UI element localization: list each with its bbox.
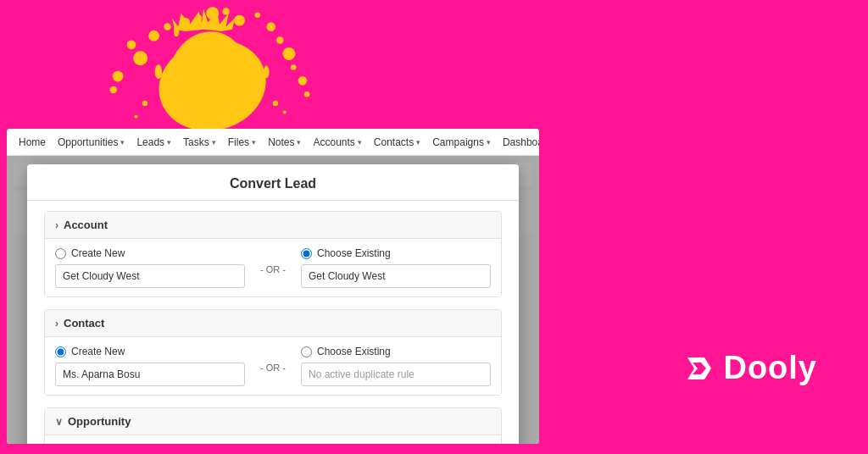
contact-create-new-label[interactable]: Create New — [55, 346, 245, 357]
opportunity-label: Opportunity — [68, 415, 131, 428]
nav-contacts[interactable]: Contacts ▾ — [369, 129, 426, 155]
modal-body: › Account Create New - OR - — [27, 201, 519, 444]
crm-area: Convert Lead Home Opportunities ▾ Leads … — [7, 129, 539, 444]
contact-section: › Contact Create New - OR - — [44, 309, 502, 396]
dooly-text: Dooly — [723, 350, 817, 386]
account-create-new-input[interactable] — [55, 264, 245, 288]
nav-files[interactable]: Files ▾ — [223, 129, 261, 155]
account-section-content: Create New - OR - Choose Existing — [45, 239, 501, 296]
modal-header: Convert Lead — [27, 164, 519, 201]
contact-create-new-radio[interactable] — [55, 346, 66, 357]
contact-label: Contact — [64, 317, 104, 329]
nav-home[interactable]: Home — [14, 129, 51, 155]
opportunity-section-header[interactable]: ∨ Opportunity — [45, 408, 501, 435]
account-choose-existing-label[interactable]: Choose Existing — [301, 247, 491, 259]
account-or-divider: - OR - — [253, 264, 292, 274]
contact-chevron-icon: › — [55, 318, 58, 329]
contact-existing-group: Choose Existing — [301, 346, 491, 386]
nav-campaigns[interactable]: Campaigns ▾ — [427, 129, 496, 155]
account-existing-group: Choose Existing — [301, 247, 491, 288]
contact-create-new-input[interactable] — [55, 363, 245, 386]
contact-section-header[interactable]: › Contact — [45, 310, 501, 337]
nav-accounts[interactable]: Accounts ▾ — [308, 129, 366, 155]
nav-dashboards[interactable]: Dashboards ▾ — [498, 129, 539, 155]
nav-notes[interactable]: Notes ▾ — [263, 129, 306, 155]
convert-lead-modal: Convert Lead › Account Create New — [27, 164, 519, 444]
contact-create-group: Create New — [55, 346, 245, 386]
account-choose-existing-radio[interactable] — [301, 248, 312, 259]
modal-overlay: Convert Lead › Account Create New — [7, 156, 539, 444]
contact-section-content: Create New - OR - Choose Existing — [45, 337, 501, 395]
contact-choose-existing-label[interactable]: Choose Existing — [301, 346, 491, 357]
contact-or-divider: - OR - — [253, 363, 292, 373]
account-create-group: Create New — [55, 247, 245, 288]
account-label: Account — [64, 219, 108, 231]
nav-opportunities[interactable]: Opportunities ▾ — [53, 129, 130, 155]
nav-tasks[interactable]: Tasks ▾ — [178, 129, 221, 155]
dooly-logo-icon — [681, 351, 716, 386]
contact-existing-input[interactable] — [301, 363, 491, 386]
nav-bar: Convert Lead Home Opportunities ▾ Leads … — [7, 129, 539, 156]
account-create-new-radio[interactable] — [55, 248, 66, 259]
account-existing-input[interactable] — [301, 264, 491, 288]
nav-leads[interactable]: Leads ▾ — [131, 129, 176, 155]
contact-choose-existing-radio[interactable] — [301, 346, 312, 357]
opportunity-chevron-icon: ∨ — [55, 416, 63, 428]
opportunity-section-content: Create New *Opportunity Name Don't creat… — [45, 435, 501, 444]
opportunity-section: ∨ Opportunity Create New *Opportunity Na… — [44, 407, 502, 444]
account-section-header[interactable]: › Account — [45, 212, 501, 239]
dooly-brand: Dooly — [681, 350, 817, 386]
modal-title: Convert Lead — [230, 176, 316, 191]
account-chevron-icon: › — [55, 219, 58, 231]
account-create-new-label[interactable]: Create New — [55, 247, 245, 259]
account-section: › Account Create New - OR - — [44, 211, 502, 297]
